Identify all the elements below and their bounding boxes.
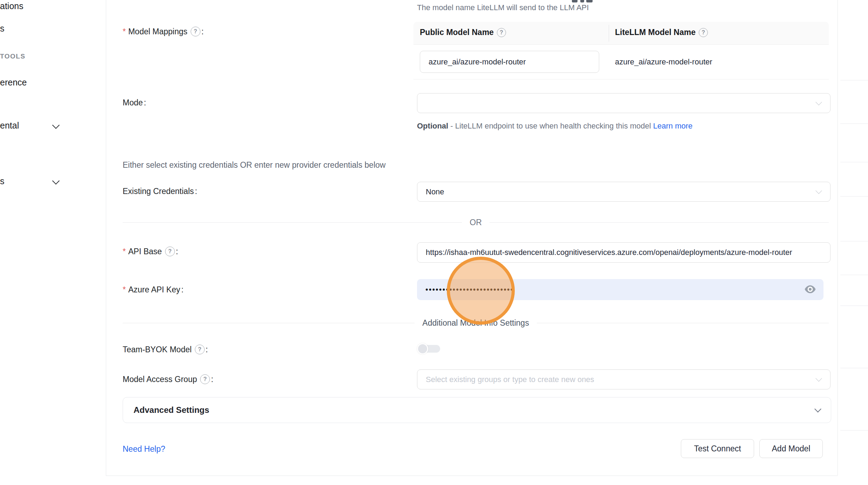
sidebar-item-label: erence <box>0 77 27 88</box>
or-divider-text: OR <box>462 218 490 227</box>
background-stripe <box>840 275 868 275</box>
existing-credentials-label: Existing Credentials : <box>123 186 197 197</box>
model-mappings-label: * Model Mappings ? : <box>123 26 204 37</box>
credentials-note: Either select existing credentials OR en… <box>123 160 385 170</box>
chevron-down-icon <box>53 123 59 129</box>
table-bottom-border <box>414 79 829 79</box>
background-stripe <box>840 430 868 431</box>
clipped-content-fragment <box>572 0 577 2</box>
sidebar-item[interactable]: s <box>0 175 5 187</box>
api-base-label: * API Base ? : <box>123 246 178 257</box>
masked-password-dots: •••••••••••••••••••••••••• <box>425 279 514 300</box>
additional-settings-divider: Additional Model Info Settings <box>123 318 829 328</box>
sidebar-item[interactable]: ations <box>0 0 23 12</box>
existing-credentials-select[interactable]: None <box>417 182 831 202</box>
chevron-down-icon <box>53 178 59 185</box>
litellm-model-name-value: azure_ai/azure-model-router <box>615 57 712 67</box>
sidebar-item-label: s <box>0 23 5 34</box>
divider-line <box>490 222 829 223</box>
model-access-group-select[interactable]: Select existing groups or type to create… <box>417 369 831 389</box>
help-icon[interactable]: ? <box>699 28 708 37</box>
divider-line <box>537 323 829 323</box>
public-model-name-input[interactable] <box>420 51 599 73</box>
mode-label: Mode : <box>123 97 146 108</box>
card-right-border <box>838 0 838 476</box>
background-stripe <box>840 196 868 197</box>
background-stripe <box>840 123 868 124</box>
azure-api-key-label: * Azure API Key : <box>123 284 184 295</box>
sidebar-item[interactable]: ental <box>0 120 19 131</box>
advanced-settings-toggle[interactable]: Advanced Settings <box>123 397 831 423</box>
table-header-public-model-name: Public Model Name ? <box>420 28 506 37</box>
background-stripe <box>840 368 868 368</box>
sidebar-item-label: s <box>0 175 5 187</box>
api-base-input-field[interactable] <box>426 248 829 257</box>
team-byok-toggle[interactable] <box>417 343 440 354</box>
need-help-link[interactable]: Need Help? <box>123 444 165 454</box>
add-model-button[interactable]: Add Model <box>759 439 823 458</box>
divider-line <box>123 323 415 323</box>
optional-emphasis: Optional <box>417 122 448 130</box>
additional-settings-divider-text: Additional Model Info Settings <box>415 318 536 328</box>
help-icon[interactable]: ? <box>165 247 175 256</box>
column-divider <box>609 25 609 42</box>
public-model-name-input-field[interactable] <box>429 57 590 67</box>
background-stripe <box>840 162 868 162</box>
team-byok-label: Team-BYOK Model ? : <box>123 344 208 355</box>
sidebar-section-label: TOOLS <box>0 52 26 61</box>
mode-select[interactable] <box>417 93 831 113</box>
chevron-down-icon <box>815 187 822 194</box>
card-left-border <box>106 0 106 476</box>
api-base-input[interactable] <box>417 242 831 263</box>
mode-helper-text: Optional - LiteLLM endpoint to use when … <box>417 119 720 133</box>
select-placeholder: Select existing groups or type to create… <box>426 375 594 384</box>
sidebar-item[interactable]: erence <box>0 77 27 88</box>
required-mark: * <box>123 284 126 295</box>
help-icon[interactable]: ? <box>195 345 205 354</box>
learn-more-link[interactable]: Learn more <box>653 122 693 130</box>
divider-line <box>123 222 462 223</box>
azure-api-key-input[interactable]: •••••••••••••••••••••••••• <box>417 279 823 300</box>
background-stripe <box>840 305 868 306</box>
table-header-litellm-model-name: LiteLLM Model Name ? <box>615 28 708 37</box>
clipped-content-fragment <box>580 0 584 2</box>
model-name-helper-text: The model name LiteLLM will send to the … <box>417 3 589 13</box>
required-mark: * <box>123 246 126 257</box>
help-icon[interactable]: ? <box>191 27 200 36</box>
advanced-settings-title: Advanced Settings <box>134 405 815 415</box>
sidebar-item[interactable]: s <box>0 23 5 34</box>
required-mark: * <box>123 26 126 37</box>
model-access-group-label: Model Access Group ? : <box>123 374 213 385</box>
model-mappings-table: Public Model Name ? LiteLLM Model Name ?… <box>414 22 829 79</box>
sidebar-item-label: ations <box>0 0 23 12</box>
or-divider: OR <box>123 217 829 228</box>
help-icon[interactable]: ? <box>200 374 210 384</box>
chevron-down-icon <box>815 99 822 105</box>
help-icon[interactable]: ? <box>497 28 506 37</box>
eye-icon[interactable] <box>805 284 816 294</box>
chevron-down-icon <box>815 375 822 381</box>
card-bottom-border <box>106 476 838 476</box>
add-model-page: ations s TOOLS erence ental s The model … <box>0 0 868 485</box>
chevron-down-icon <box>814 406 821 413</box>
sidebar-item-label: ental <box>0 120 19 131</box>
sidebar: ations s TOOLS erence ental s <box>0 0 106 485</box>
clipped-content-fragment <box>586 0 593 2</box>
background-stripe <box>840 80 868 81</box>
background-stripe <box>840 241 868 242</box>
toggle-knob <box>417 343 428 354</box>
test-connect-button[interactable]: Test Connect <box>681 439 754 458</box>
